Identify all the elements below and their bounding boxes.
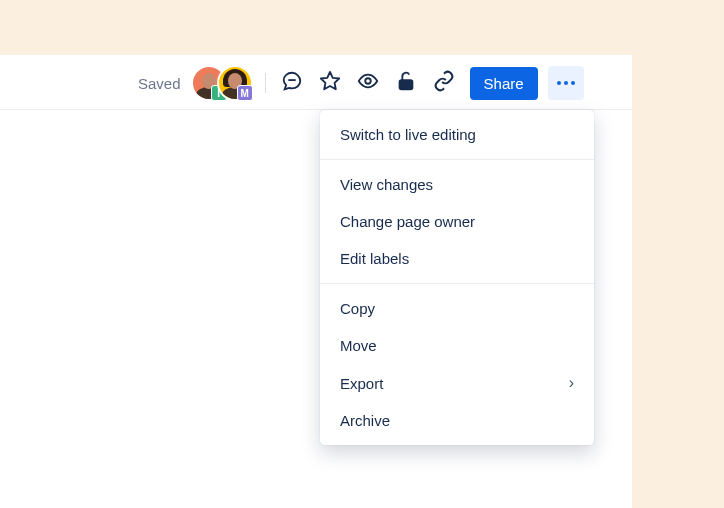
star-button[interactable] <box>314 67 346 99</box>
more-actions-button[interactable] <box>548 66 584 100</box>
menu-item-label: Change page owner <box>340 213 475 230</box>
svg-point-2 <box>365 78 371 84</box>
watch-button[interactable] <box>352 67 384 99</box>
menu-item-label: Export <box>340 375 383 392</box>
menu-item-view-changes[interactable]: View changes <box>320 166 594 203</box>
share-button[interactable]: Share <box>470 67 538 100</box>
menu-item-label: Archive <box>340 412 390 429</box>
unlock-icon <box>395 70 417 96</box>
menu-item-label: Edit labels <box>340 250 409 267</box>
menu-item-export[interactable]: Export › <box>320 364 594 402</box>
menu-separator <box>320 159 594 160</box>
saved-status: Saved <box>138 75 181 92</box>
avatar-badge: M <box>237 85 253 101</box>
menu-item-label: Switch to live editing <box>340 126 476 143</box>
comments-button[interactable] <box>276 67 308 99</box>
menu-item-archive[interactable]: Archive <box>320 402 594 439</box>
star-icon <box>319 70 341 96</box>
menu-item-label: Copy <box>340 300 375 317</box>
eye-icon <box>357 70 379 96</box>
presence-avatar-stack[interactable]: I M <box>191 65 253 101</box>
svg-rect-3 <box>399 80 412 89</box>
comment-icon <box>281 70 303 96</box>
link-icon <box>433 70 455 96</box>
menu-item-switch-live-editing[interactable]: Switch to live editing <box>320 116 594 153</box>
copy-link-button[interactable] <box>428 67 460 99</box>
menu-item-copy[interactable]: Copy <box>320 290 594 327</box>
menu-item-edit-labels[interactable]: Edit labels <box>320 240 594 277</box>
avatar[interactable]: M <box>217 65 253 101</box>
page-toolbar: Saved I M <box>138 63 624 103</box>
menu-item-label: Move <box>340 337 377 354</box>
restrictions-button[interactable] <box>390 67 422 99</box>
menu-item-move[interactable]: Move <box>320 327 594 364</box>
menu-separator <box>320 283 594 284</box>
menu-item-change-page-owner[interactable]: Change page owner <box>320 203 594 240</box>
menu-item-label: View changes <box>340 176 433 193</box>
ellipsis-icon <box>557 81 575 85</box>
chevron-right-icon: › <box>569 374 574 392</box>
more-actions-menu: Switch to live editing View changes Chan… <box>320 110 594 445</box>
vertical-divider <box>265 73 266 93</box>
svg-marker-1 <box>320 72 338 89</box>
